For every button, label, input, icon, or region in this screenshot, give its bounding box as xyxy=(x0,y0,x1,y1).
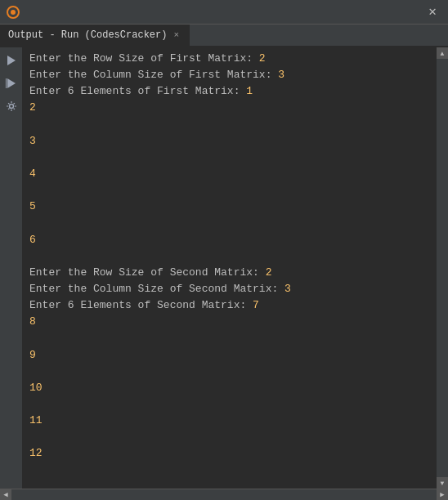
output-line xyxy=(29,431,430,447)
output-line: Enter the Row Size of Second Matrix: 2 xyxy=(29,266,430,283)
output-line xyxy=(29,480,430,489)
output-line: Enter 6 Elements of Second Matrix: 7 xyxy=(29,299,430,315)
output-line xyxy=(29,464,430,480)
output-part: Enter the Row Size of First Matrix: xyxy=(29,52,259,65)
tab-close-button[interactable]: × xyxy=(172,29,181,41)
app-icon xyxy=(7,6,20,19)
svg-marker-2 xyxy=(7,56,16,65)
output-part: Enter the Column Size of First Matrix: xyxy=(29,69,278,81)
title-bar: ✕ xyxy=(0,0,448,25)
output-area[interactable]: Enter the Row Size of First Matrix: 2Ent… xyxy=(23,47,437,489)
scroll-up-button[interactable]: ▲ xyxy=(437,47,448,59)
output-line xyxy=(29,398,430,414)
output-line: 9 xyxy=(29,349,430,365)
svg-point-5 xyxy=(9,105,13,109)
output-part: Enter the Row Size of Second Matrix: xyxy=(29,266,266,279)
left-toolbar xyxy=(0,47,23,489)
settings-button[interactable] xyxy=(3,98,20,114)
output-line: Enter the Column Size of First Matrix: 3 xyxy=(29,69,430,85)
output-line: Enter 6 Elements of First Matrix: 1 xyxy=(29,85,430,101)
output-line xyxy=(29,250,430,266)
scroll-down-button[interactable]: ▼ xyxy=(437,477,448,489)
output-line xyxy=(29,332,430,348)
bottom-bar: ◀ ▶ xyxy=(0,489,448,500)
right-scrollbar[interactable]: ▲ ▼ xyxy=(437,47,448,489)
output-line: 6 xyxy=(29,234,430,250)
run-button[interactable] xyxy=(3,52,20,69)
output-line: 3 xyxy=(29,135,430,151)
output-part: 1 xyxy=(246,85,253,97)
tab-label: Output - Run (CodesCracker) xyxy=(8,29,167,41)
svg-point-1 xyxy=(11,10,16,15)
output-part: 2 xyxy=(259,52,266,65)
output-part: 7 xyxy=(253,299,259,311)
scroll-track-horizontal[interactable] xyxy=(11,489,437,501)
output-line xyxy=(29,217,430,233)
output-part: 3 xyxy=(278,69,284,81)
run-button-2[interactable] xyxy=(3,75,20,92)
output-content: Enter the Row Size of First Matrix: 2Ent… xyxy=(29,52,430,489)
output-part: Enter the Column Size of Second Matrix: xyxy=(29,283,284,295)
scroll-right-button[interactable]: ▶ xyxy=(437,489,448,501)
output-line: 2 xyxy=(29,101,430,118)
output-line: 5 xyxy=(29,200,430,217)
output-line xyxy=(29,365,430,382)
output-part: 2 xyxy=(266,266,272,279)
output-line xyxy=(29,118,430,135)
output-line: Enter the Column Size of Second Matrix: … xyxy=(29,283,430,299)
output-part: Enter 6 Elements of Second Matrix: xyxy=(29,299,253,311)
close-button[interactable]: ✕ xyxy=(423,4,441,20)
scroll-left-button[interactable]: ◀ xyxy=(0,489,11,501)
output-tab[interactable]: Output - Run (CodesCracker) × xyxy=(0,25,190,46)
tab-bar: Output - Run (CodesCracker) × xyxy=(0,25,448,47)
svg-marker-3 xyxy=(7,78,16,88)
output-line: 8 xyxy=(29,315,430,332)
output-line: Enter the Row Size of First Matrix: 2 xyxy=(29,52,430,69)
output-line xyxy=(29,151,430,167)
output-part: Enter 6 Elements of First Matrix: xyxy=(29,85,246,97)
scroll-track-vertical[interactable] xyxy=(437,59,448,477)
output-line: 12 xyxy=(29,447,430,463)
output-line xyxy=(29,184,430,200)
output-line: 10 xyxy=(29,382,430,398)
main-layout: Enter the Row Size of First Matrix: 2Ent… xyxy=(0,47,448,489)
output-part: 3 xyxy=(284,283,291,295)
output-line: 4 xyxy=(29,167,430,184)
output-line: 11 xyxy=(29,414,430,431)
